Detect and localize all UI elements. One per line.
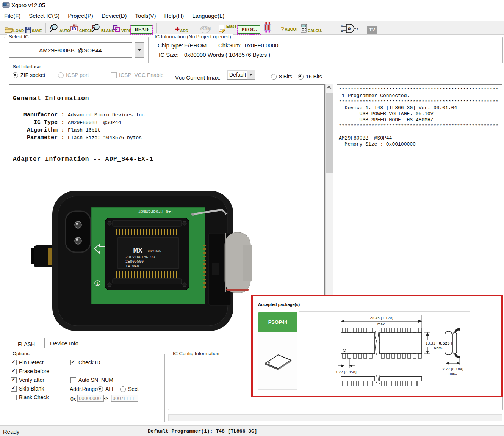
ic-info-group-label: IC Information (No Project opened)	[153, 34, 233, 39]
chevron-up-icon	[326, 86, 331, 91]
menu-item-tools[interactable]: Tools(V)	[131, 13, 160, 19]
log-line: USB POWER VOLTAGE: 05.10V	[339, 111, 500, 117]
app-icon	[2, 2, 10, 8]
icsp-vcc-checkbox[interactable]: ICSP_VCC Enable	[111, 72, 164, 78]
prog-button-label: PROG.	[238, 25, 260, 34]
pin-detect-checkbox[interactable]: Pin Detect	[11, 359, 44, 365]
erase-icon	[218, 24, 226, 33]
menu-item-select-ic[interactable]: Select IC(S)	[25, 13, 64, 19]
menu-item-project[interactable]: Project(P)	[64, 13, 97, 19]
icsp-port-radio[interactable]: ICSP port	[58, 72, 89, 78]
info-row-parameter: Parameter : Flash Size: 1048576 bytes	[13, 135, 142, 141]
scrollbar-thumb[interactable]	[326, 93, 333, 173]
ic-info-group: IC Information (No Project opened) ChipT…	[150, 37, 503, 63]
addr-sect-radio[interactable]: Sect	[120, 386, 139, 392]
select-ic-combobox[interactable]: AM29F800BB @SOP44	[9, 42, 132, 58]
dim-pitch-text: 1.27 [0.050]	[335, 370, 357, 374]
set-interface-group-label: Set Interface	[11, 64, 42, 69]
checkbox-icon	[70, 377, 76, 383]
logic-test-button[interactable]: A B & Y	[340, 23, 358, 33]
blank-button[interactable]: F BLANK	[91, 22, 114, 33]
read-button[interactable]: READ	[131, 23, 152, 34]
colon: :	[61, 112, 64, 118]
erase-before-checkbox[interactable]: Erase before	[11, 368, 49, 374]
toolbar-separator	[156, 23, 157, 33]
blank-check-checkbox[interactable]: Blank Check	[11, 394, 49, 400]
checkbox-icon	[11, 395, 17, 400]
16bits-radio[interactable]: 16 Bits	[298, 74, 322, 80]
skip-blank-label: Skip Blank	[19, 386, 44, 392]
hex-prefix-label: 0x	[70, 396, 76, 402]
addr-from-input[interactable]: 00000000	[77, 395, 104, 402]
load-button[interactable]: LOAD	[5, 22, 24, 33]
vcc-imax-dropdown-button[interactable]	[247, 70, 255, 80]
row-label: IC Type	[13, 119, 58, 126]
addr-all-radio[interactable]: ALL	[97, 386, 115, 392]
app-window: { "window": {"title": "Xgpro v12.05"}, "…	[0, 0, 504, 436]
save-button[interactable]: SAVE	[25, 22, 42, 33]
vcc-imax-select[interactable]: Default	[227, 70, 249, 80]
calculator-icon	[300, 24, 307, 33]
verify-after-checkbox[interactable]: Verify after	[11, 377, 44, 383]
select-ic-dropdown-button[interactable]	[135, 42, 144, 58]
menu-item-language[interactable]: Language(L)	[188, 13, 229, 19]
set-interface-group: Set Interface ZIF socket ICSP port ICSP_…	[8, 67, 167, 83]
title-bar: Xgpro v12.05	[0, 0, 504, 10]
tab-device-info[interactable]: Device.Info	[44, 338, 84, 348]
check-button[interactable]: ID CHECK	[70, 22, 93, 33]
menu-item-help[interactable]: Help(H)	[160, 13, 188, 19]
blank-magnifier-icon: F	[91, 24, 101, 33]
info-row-manufactor: Manufactor : Advanced Micro Devices Inc.	[13, 112, 148, 118]
gate-output-y: Y	[356, 27, 358, 31]
prog-button[interactable]: PROG.	[238, 23, 260, 34]
chip-serial-text: S021345	[147, 249, 161, 253]
log-line: ****************************************…	[339, 99, 500, 105]
addr-all-label: ALL	[105, 386, 115, 392]
dim-width-max-text: max.	[377, 322, 386, 326]
dim-width-text: 28.45 [1.120]	[370, 316, 393, 320]
tab-flash[interactable]: FLASH	[8, 340, 45, 348]
calcu-button[interactable]: CALCU.	[300, 22, 322, 33]
auto-button[interactable]: A AUTO	[49, 22, 70, 33]
about-button[interactable]: ? ABOUT	[280, 22, 298, 33]
radio-icon	[58, 72, 64, 78]
chip-icon	[262, 22, 273, 33]
status-bar: Ready Default Programmer(1): T48 [TL866-…	[0, 425, 504, 436]
addr-to-input[interactable]: 0007FFFF	[111, 395, 138, 402]
row-label: Parameter	[13, 135, 58, 141]
menu-item-device[interactable]: Device(D)	[97, 13, 131, 19]
menu-item-file[interactable]: File(F)	[0, 13, 25, 19]
log-line: USB SPEED MODE: HS 480MHZ	[339, 117, 500, 123]
erase-button[interactable]: Erase	[218, 22, 236, 33]
package-3d-icon	[263, 352, 293, 370]
ram-button[interactable]: RAM	[199, 22, 212, 33]
zif-socket-radio[interactable]: ZIF socket	[13, 72, 45, 78]
add-label: ADD	[180, 29, 188, 33]
gate-amp: &	[348, 26, 351, 31]
ram-glyph: RAM	[201, 26, 211, 31]
info-row-ic-type: IC Type : AM29F800BB @SOP44	[13, 119, 121, 126]
colon: :	[61, 127, 64, 133]
scroll-up-button[interactable]	[326, 84, 333, 91]
log-line: ****************************************…	[339, 87, 500, 93]
ic-test-button[interactable]	[262, 22, 273, 33]
range-arrow-label: ->	[104, 395, 108, 401]
check-id-checkbox[interactable]: Check ID	[70, 359, 100, 365]
8bits-radio[interactable]: 8 Bits	[271, 74, 292, 80]
select-ic-group: Select IC AM29F800BB @SOP44	[4, 37, 149, 63]
vcc-imax-label: Vcc Current Imax:	[175, 74, 221, 81]
options-group: Options Pin Detect Erase before Verify a…	[8, 354, 165, 422]
ic-config-group-label: IC Config Information	[171, 351, 221, 356]
dim-lead-text: 2.77 [0.109]	[442, 367, 463, 371]
radio-icon	[120, 386, 126, 392]
addr-range-label: Addr.Range	[70, 386, 99, 392]
tv-button[interactable]: TV	[367, 23, 377, 34]
skip-blank-checkbox[interactable]: Skip Blank	[11, 386, 44, 392]
checkbox-icon	[11, 377, 17, 383]
auto-sn-checkbox[interactable]: Auto SN_NUM	[70, 377, 113, 383]
calcu-label: CALCU.	[308, 29, 322, 33]
save-label: SAVE	[32, 29, 42, 33]
log-line	[339, 129, 500, 135]
add-button[interactable]: + ADD	[175, 22, 188, 33]
log-line: 1 Programmer Connected.	[339, 93, 500, 99]
